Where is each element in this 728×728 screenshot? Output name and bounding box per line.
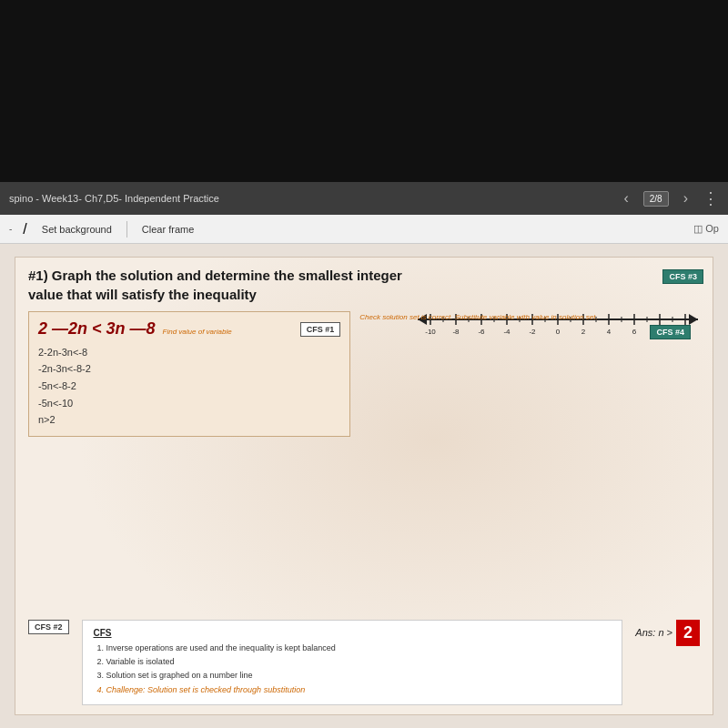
cfs4-badge: CFS #4 (650, 325, 691, 339)
cfs-section-box: CFS Inverse operations are used and the … (82, 620, 623, 705)
main-content-row: 2 —2n < 3n —8 Find value of variable 2-2… (28, 309, 700, 437)
cfs2-badge: CFS #2 (28, 620, 69, 634)
question-title: #1) Graph the solution and determine the… (28, 267, 700, 285)
slide-area: #1) Graph the solution and determine the… (0, 244, 728, 728)
cfs4-badge-area: CFS #4 (650, 322, 691, 339)
step-2: -2n-3n<-8-2 (38, 360, 340, 378)
cfs3-badge: CFS #3 (662, 269, 703, 284)
cfs-step-1: Inverse operations are used and the ineq… (106, 642, 612, 655)
toolbar-separator-1: / (23, 221, 26, 238)
inequality-expression: 2 —2n < 3n —8 (38, 319, 156, 339)
step-1: 2-2n-3n<-8 (38, 344, 340, 361)
step-3: -5n<-8-2 (38, 378, 340, 395)
cfs2-area: CFS #2 (28, 620, 69, 638)
options-icon: ◫ (693, 223, 703, 234)
right-content-box: Check solution set is correct. Substitut… (359, 309, 700, 437)
nav-next-button[interactable]: › (678, 188, 693, 208)
step-5: n>2 (38, 411, 340, 429)
step-4: -5n<-10 (38, 395, 340, 412)
answer-area: Ans: n > 2 (635, 620, 700, 646)
toolbar: - / Set background Clear frame ◫ Op (0, 215, 728, 244)
answer-value: 2 (676, 620, 700, 646)
inequality-row: 2 —2n < 3n —8 Find value of variable (38, 319, 340, 339)
check-solution-italic: Check solution set is correct. Substitut… (359, 313, 597, 321)
solution-steps: 2-2n-3n<-8 -2n-3n<-8-2 -5n<-8-2 -5n<-10 … (38, 344, 340, 429)
top-black-bar (0, 0, 728, 182)
more-options-icon[interactable]: ⋮ (703, 188, 719, 208)
check-solution-text: Check solution set is correct. Substitut… (359, 313, 700, 322)
cfs1-badge: CFS #1 (300, 322, 341, 337)
cfs-section-title: CFS (94, 628, 612, 638)
question-subtitle: value that will satisfy the inequality (28, 287, 700, 302)
tab-title: spino - Week13- Ch7,D5- Independent Prac… (9, 193, 609, 204)
slide-content: #1) Graph the solution and determine the… (15, 257, 713, 715)
cfs-step-3: Solution set is graphed on a number line (106, 669, 612, 682)
toolbar-dash: - (9, 224, 12, 234)
nav-prev-button[interactable]: ‹ (618, 188, 633, 208)
cfs-step-2: Variable is isolated (106, 655, 612, 669)
cfs1-badge-area: CFS #1 (300, 319, 341, 337)
browser-chrome: spino - Week13- Ch7,D5- Independent Prac… (0, 182, 728, 215)
cfs-steps-list: Inverse operations are used and the ineq… (94, 642, 612, 697)
bottom-area: CFS #2 CFS Inverse operations are used a… (28, 620, 700, 705)
clear-frame-button[interactable]: Clear frame (138, 222, 197, 237)
find-value-label: Find value of variable (163, 328, 232, 336)
toolbar-options: ◫ Op (693, 223, 719, 235)
toolbar-divider (126, 221, 127, 238)
cfs-step-4: Challenge: Solution set is checked throu… (106, 683, 612, 697)
answer-label: Ans: n > (635, 627, 672, 638)
left-content-box: 2 —2n < 3n —8 Find value of variable 2-2… (28, 311, 350, 437)
cfs3-badge-area: CFS #3 (662, 267, 703, 284)
set-background-button[interactable]: Set background (38, 222, 116, 237)
slide-counter: 2/8 (643, 191, 669, 207)
